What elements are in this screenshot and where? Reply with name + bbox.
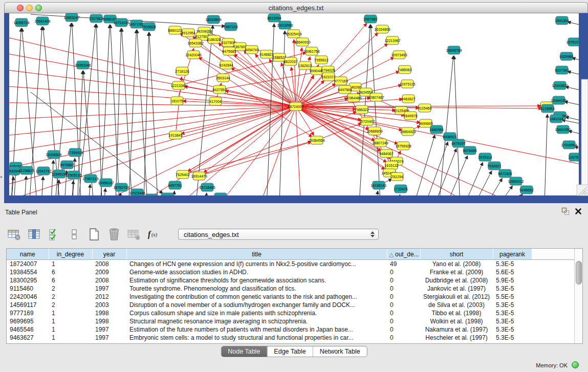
graph-node[interactable]: 9474444 bbox=[463, 146, 476, 155]
graph-node[interactable]: 12505135 bbox=[66, 171, 81, 179]
column-header-title[interactable]: title bbox=[126, 249, 387, 260]
graph-node[interactable]: 14055724 bbox=[13, 18, 29, 27]
graph-node[interactable]: 10719155 bbox=[113, 18, 129, 27]
canvas-scrollbar[interactable] bbox=[581, 79, 588, 195]
graph-node[interactable]: 15325419 bbox=[286, 30, 301, 38]
cell-name[interactable]: 9463627 bbox=[7, 334, 49, 342]
graph-node[interactable]: 12213967 bbox=[384, 36, 400, 45]
graph-node[interactable]: 19958187 bbox=[98, 179, 114, 187]
graph-node[interactable]: 8215953 bbox=[540, 104, 554, 113]
cell-name[interactable]: 9699695 bbox=[7, 317, 49, 325]
cell-in_degree[interactable]: 6 bbox=[49, 268, 92, 276]
graph-node[interactable]: 7625402 bbox=[176, 170, 189, 179]
graph-node[interactable]: 9115460 bbox=[418, 104, 432, 112]
column-header-pagerank[interactable]: pagerank bbox=[493, 249, 532, 260]
table-vertical-scrollbar[interactable] bbox=[574, 249, 582, 343]
cell-name[interactable]: 22420046 bbox=[7, 293, 49, 301]
cell-name[interactable]: 9115460 bbox=[7, 285, 49, 293]
graph-node[interactable]: 14136141 bbox=[371, 181, 386, 189]
cell-title[interactable]: Disruption of a novel member of a sodium… bbox=[126, 301, 387, 309]
row-selection-icon[interactable] bbox=[47, 227, 61, 242]
graph-node[interactable]: 20364486 bbox=[345, 94, 361, 102]
cell-short[interactable]: Wolkin et al. (1998) bbox=[420, 317, 493, 325]
cell-out_de[interactable]: 0 bbox=[387, 293, 420, 301]
cell-short[interactable]: Tibbo et al. (1998) bbox=[420, 309, 493, 317]
tab-network-table[interactable]: Network Table bbox=[313, 346, 367, 357]
graph-node[interactable]: 18807249 bbox=[372, 139, 388, 147]
cell-title[interactable]: Embryonic stem cells: a model to study s… bbox=[126, 334, 387, 342]
cell-pagerank[interactable]: 5.3E-5 bbox=[493, 325, 532, 334]
cell-name[interactable]: 19384554 bbox=[7, 268, 49, 276]
tab-edge-table[interactable]: Edge Table bbox=[267, 346, 312, 357]
graph-node[interactable]: 8471826 bbox=[498, 169, 512, 178]
graph-node[interactable]: 18724007 bbox=[288, 102, 303, 111]
cell-title[interactable]: Structural magnetic resonance image aver… bbox=[126, 317, 387, 325]
cell-pagerank[interactable]: 5.3E-5 bbox=[493, 309, 532, 317]
cell-name[interactable]: 14569117 bbox=[7, 301, 49, 309]
graph-node[interactable]: 7515528 bbox=[142, 23, 156, 31]
graph-node[interactable]: 181075 bbox=[171, 97, 183, 105]
cell-short[interactable]: de Silva et al. (2003) bbox=[420, 301, 493, 309]
table-row[interactable]: 1938455462009Genome-wide association stu… bbox=[7, 268, 575, 276]
new-table-icon[interactable] bbox=[87, 227, 101, 242]
cell-year[interactable]: 1998 bbox=[92, 309, 126, 317]
table-settings-icon[interactable] bbox=[7, 227, 21, 242]
table-row[interactable]: 1872400712008Changes of HCN gene express… bbox=[7, 260, 575, 269]
cell-short[interactable]: Dudbridge et al. (2008) bbox=[420, 276, 493, 285]
cell-title[interactable]: Changes of HCN gene expression and I(f) … bbox=[126, 260, 387, 269]
cell-year[interactable]: 1997 bbox=[92, 334, 126, 342]
graph-node[interactable]: 1913845 bbox=[168, 131, 182, 139]
graph-node[interactable]: 7632621 bbox=[487, 162, 501, 170]
cell-title[interactable]: Investigating the contribution of common… bbox=[126, 293, 387, 301]
graph-node[interactable]: 9245652 bbox=[519, 186, 533, 194]
cell-title[interactable]: Estimation of the future numbers of pati… bbox=[126, 325, 387, 334]
graph-node[interactable]: 9457791 bbox=[168, 181, 182, 189]
cell-pagerank[interactable]: 5.3E-5 bbox=[493, 301, 532, 309]
table-row[interactable]: 946362711997Embryonic stem cells: a mode… bbox=[7, 334, 575, 342]
graph-node[interactable]: 15718485 bbox=[199, 183, 215, 191]
graph-node[interactable]: 8912954 bbox=[181, 29, 195, 37]
cell-in_degree[interactable]: 6 bbox=[49, 276, 92, 285]
cell-pagerank[interactable]: 5.3E-5 bbox=[493, 334, 532, 342]
graph-node[interactable]: 8186328 bbox=[207, 35, 221, 43]
table-row[interactable]: 911546021997Tourette syndrome. Phenomeno… bbox=[7, 285, 575, 293]
graph-node[interactable]: 16648784 bbox=[446, 46, 462, 54]
graph-node[interactable]: 19384554 bbox=[309, 136, 324, 144]
graph-node[interactable]: 20053346 bbox=[75, 61, 91, 69]
column-visibility-icon[interactable] bbox=[27, 227, 41, 242]
graph-node[interactable]: 8427552 bbox=[212, 85, 226, 94]
graph-node[interactable]: 10688609 bbox=[366, 127, 382, 135]
graph-node[interactable]: 9227343 bbox=[555, 66, 569, 74]
table-row[interactable]: 2242004622012Investigating the contribut… bbox=[7, 293, 575, 301]
graph-node[interactable]: 8822037 bbox=[284, 57, 297, 65]
cell-pagerank[interactable]: 5.6E-5 bbox=[493, 268, 532, 276]
column-header-short[interactable]: short bbox=[420, 249, 493, 260]
cell-pagerank[interactable]: 5.3E-5 bbox=[493, 260, 532, 269]
graph-node[interactable]: 17359924 bbox=[67, 148, 83, 157]
graph-node[interactable]: 2803144 bbox=[216, 74, 230, 82]
graph-node[interactable]: 15720407 bbox=[359, 117, 375, 125]
graph-node[interactable]: 19218586 bbox=[277, 21, 293, 29]
graph-node[interactable]: 12975115 bbox=[400, 80, 416, 88]
graph-node[interactable]: 10654112 bbox=[508, 177, 524, 185]
graph-node[interactable]: 16543382 bbox=[187, 39, 203, 47]
cell-pagerank[interactable]: 5.5E-5 bbox=[493, 293, 532, 301]
graph-node[interactable]: 252254 bbox=[391, 172, 403, 181]
graph-node[interactable]: 12042737 bbox=[35, 167, 51, 175]
cell-out_de[interactable]: 0 bbox=[387, 276, 420, 285]
graph-node[interactable]: 1640954 bbox=[429, 125, 443, 134]
float-panel-icon[interactable] bbox=[561, 207, 570, 215]
graph-node[interactable]: 8454743 bbox=[245, 46, 258, 54]
cell-in_degree[interactable]: 1 bbox=[49, 260, 92, 269]
cell-year[interactable]: 1998 bbox=[92, 317, 126, 325]
graph-node[interactable]: 1081034 bbox=[549, 115, 563, 123]
cell-name[interactable]: 9465546 bbox=[7, 325, 49, 334]
cell-title[interactable]: Corpus callosum shape and size in male p… bbox=[126, 309, 387, 317]
cell-short[interactable]: Hescheler et al. (1997) bbox=[420, 334, 493, 342]
graph-node[interactable]: 19756928 bbox=[395, 142, 411, 150]
tab-node-table[interactable]: Node Table bbox=[221, 346, 267, 357]
cell-year[interactable]: 2003 bbox=[92, 301, 126, 309]
graph-node[interactable]: 8860123 bbox=[168, 26, 182, 34]
cell-year[interactable]: 1997 bbox=[92, 285, 126, 293]
column-header-in_degree[interactable]: in_degree bbox=[49, 249, 92, 260]
